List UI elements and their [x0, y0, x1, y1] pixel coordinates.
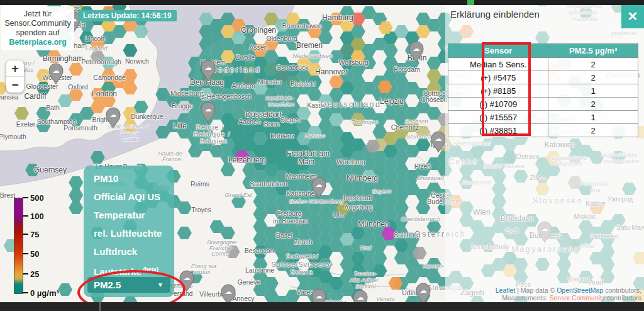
sensor-id-cell: (+) #5475	[448, 71, 548, 84]
table-header-row: Sensor PM2.5 µg/m³	[448, 44, 638, 58]
cloud-icon: ☁	[110, 111, 117, 118]
map-attribution: Leaflet | Map data © OpenStreetMap contr…	[496, 286, 641, 302]
legend-gradient-bar	[14, 198, 23, 294]
chevron-down-icon: ▼	[157, 277, 164, 293]
legend-tick-label: 50	[30, 249, 39, 258]
donation-notice: Jetzt für Sensor.Community spenden auf B…	[1, 6, 74, 50]
attribution-text: | Map data ©	[515, 286, 557, 294]
cloud-icon: ☁	[53, 67, 60, 74]
cloud-icon: ☁	[225, 288, 232, 295]
taskbar-divider	[99, 302, 101, 311]
attribution-text: Measurements:	[502, 294, 549, 302]
legend-tick-label: 500	[30, 193, 44, 203]
table-row: (-) #107092	[448, 98, 638, 111]
donation-text: Jetzt für	[3, 9, 73, 19]
sensor-values-table: Sensor PM2.5 µg/m³ Median 5 Sens.2(+) #5…	[448, 43, 638, 137]
cloud-icon: ☁	[316, 181, 323, 188]
table-row: (+) #54752	[448, 71, 638, 84]
selected-layer-label: PM2.5	[87, 280, 121, 290]
column-header-sensor: Sensor	[448, 44, 548, 58]
cloud-icon: ☁	[420, 286, 427, 294]
color-scale-legend: 5001007550250 µg/m³	[0, 193, 75, 303]
value-cell: 2	[548, 58, 638, 71]
sensor-community-link[interactable]: Sensor.Community	[550, 294, 606, 302]
cloud-icon: ☁	[205, 64, 212, 71]
legend-tick	[23, 292, 28, 293]
column-header-pm25: PM2.5 µg/m³	[548, 44, 638, 58]
layer-menu: PM10Official AQI USTemperaturrel. Luftfe…	[84, 166, 174, 297]
value-cell: 1	[548, 84, 638, 98]
sensor-marker[interactable]: ☁	[416, 283, 430, 304]
layer-option-pm10[interactable]: PM10	[84, 169, 174, 188]
legend-tick-label: 100	[30, 211, 44, 220]
zoom-out-button[interactable]: −	[6, 77, 24, 93]
value-cell: 2	[548, 124, 638, 137]
browser-top-bar	[0, 0, 644, 5]
leaflet-link[interactable]: Leaflet	[496, 286, 516, 294]
attribution-text: contributors,	[603, 286, 641, 294]
cloud-icon: ☁	[316, 292, 323, 300]
sensor-id-cell: Median 5 Sens.	[448, 58, 548, 71]
zoom-in-button[interactable]: +	[6, 60, 24, 76]
legend-tick	[23, 234, 28, 235]
openstreetmap-link[interactable]: OpenStreetMap	[557, 286, 603, 294]
legend-tick	[23, 215, 28, 217]
cloud-icon: ☁	[184, 274, 191, 281]
app-window: LeedsHullSheffieldLiverpoolLincolnNottin…	[0, 0, 644, 311]
sensor-marker[interactable]: ☁	[201, 102, 215, 123]
panel-title-toggle[interactable]: Erklärung einblenden	[450, 9, 540, 20]
layer-select-dropdown[interactable]: PM2.5 ▼	[87, 277, 170, 293]
layer-option-temperatur[interactable]: Temperatur	[84, 206, 174, 224]
close-icon[interactable]: ✕	[621, 5, 644, 28]
sensor-id-cell: (-) #38851	[448, 124, 548, 137]
sensor-marker[interactable]: ☁	[49, 64, 63, 84]
layer-option-rel-luftfeuchte[interactable]: rel. Luftfeuchte	[84, 224, 174, 242]
table-row: Median 5 Sens.2	[448, 58, 638, 71]
sensor-marker[interactable]: ☁	[180, 271, 194, 291]
betterplace-link[interactable]: Betterplace.org	[3, 38, 73, 47]
cloud-icon: ☁	[413, 45, 420, 52]
cloud-icon: ☁	[205, 105, 212, 113]
sensor-marker[interactable]: ☁	[312, 178, 326, 198]
value-cell: 2	[548, 71, 638, 84]
legend-tick	[23, 253, 28, 254]
last-update-badge: Letztes Update: 14:56:19	[78, 10, 177, 21]
layer-option-official-aqi-us[interactable]: Official AQI US	[84, 188, 174, 206]
legend-tick-label: 75	[30, 229, 39, 239]
legend-tick-label: 0 µg/m³	[30, 288, 59, 298]
cloud-icon: ☁	[435, 135, 442, 142]
legend-tick-label: 25	[30, 269, 39, 278]
sensor-marker[interactable]: ☁	[201, 60, 215, 81]
zoom-control: + −	[6, 60, 24, 93]
cloud-icon: ☁	[357, 293, 364, 301]
table-row: (+) #81851	[448, 84, 638, 98]
table-row: (-) #388512	[448, 124, 638, 137]
sensor-marker[interactable]: ☁	[106, 108, 120, 128]
sensor-id-cell: (-) #15557	[448, 111, 548, 124]
layer-option-luftdruck[interactable]: Luftdruck	[84, 242, 174, 261]
attribution-text: contributors	[605, 294, 641, 302]
beta-tag: (beta)	[142, 266, 158, 273]
value-cell: 1	[548, 111, 638, 124]
top-bar-accent	[467, 0, 474, 5]
donation-text: spenden auf	[3, 28, 73, 38]
layer-option-lautst-rke[interactable]: Lautstärke (beta)	[84, 261, 174, 279]
legend-tick	[23, 273, 28, 274]
donation-text: Sensor.Community	[3, 19, 73, 28]
table-row: (-) #155571	[448, 111, 638, 124]
sensor-marker[interactable]: ☁	[431, 132, 445, 152]
value-cell: 2	[548, 98, 638, 111]
sensor-marker[interactable]: ☁	[409, 42, 423, 62]
sensor-id-cell: (+) #8185	[448, 84, 548, 98]
sensor-id-cell: (-) #10709	[448, 98, 548, 111]
taskbar	[0, 302, 644, 311]
legend-tick	[23, 197, 28, 198]
